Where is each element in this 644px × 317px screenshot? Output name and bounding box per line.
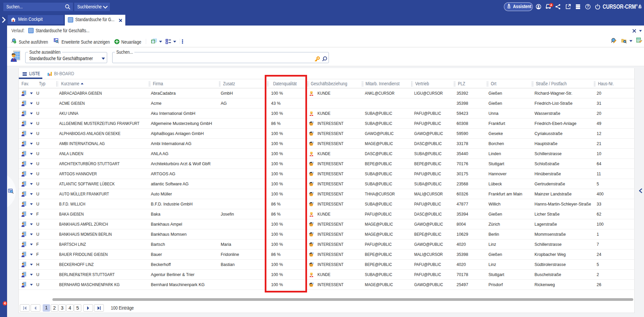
svg-text:?: ? [587, 4, 589, 8]
